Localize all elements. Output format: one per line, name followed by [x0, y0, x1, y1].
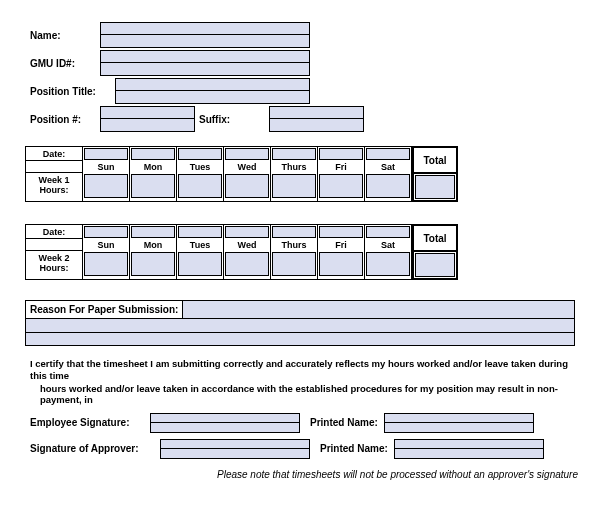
- approver-signature-label: Signature of Approver:: [30, 443, 150, 454]
- day-fri: Fri: [318, 239, 364, 251]
- week2-hours-thurs[interactable]: [272, 252, 316, 276]
- position-number-input[interactable]: [100, 106, 195, 132]
- day-wed: Wed: [224, 161, 270, 173]
- reason-label: Reason For Paper Submission:: [26, 301, 182, 318]
- week2-grid: Date: Week 2Hours: Sun Mon Tues Wed Thur…: [25, 224, 600, 280]
- day-sat: Sat: [365, 239, 411, 251]
- week1-hours-mon[interactable]: [131, 174, 175, 198]
- reason-input-line1[interactable]: [182, 301, 574, 318]
- day-thurs: Thurs: [271, 239, 317, 251]
- approver-signature-input[interactable]: [160, 439, 310, 459]
- position-number-label: Position #:: [30, 114, 100, 125]
- week2-date-tues[interactable]: [178, 226, 222, 238]
- week1-date-sun[interactable]: [84, 148, 128, 160]
- suffix-label: Suffix:: [199, 114, 269, 125]
- week2-hours-sun[interactable]: [84, 252, 128, 276]
- position-title-label: Position Title:: [30, 86, 115, 97]
- reason-input-line2[interactable]: [26, 319, 574, 333]
- day-fri: Fri: [318, 161, 364, 173]
- gmu-id-input[interactable]: [100, 50, 310, 76]
- approver-printed-name-input[interactable]: [394, 439, 544, 459]
- week1-hours-tues[interactable]: [178, 174, 222, 198]
- week1-hours-sun[interactable]: [84, 174, 128, 198]
- certification-text-2: hours worked and/or leave taken in accor…: [40, 383, 570, 405]
- week1-hours-fri[interactable]: [319, 174, 363, 198]
- week2-date-wed[interactable]: [225, 226, 269, 238]
- week1-hours-label-b: Hours:: [40, 186, 69, 196]
- week1-hours-sat[interactable]: [366, 174, 410, 198]
- week1-date-label: Date:: [26, 147, 82, 161]
- week2-date-fri[interactable]: [319, 226, 363, 238]
- employee-signature-label: Employee Signature:: [30, 417, 140, 428]
- week1-hours-wed[interactable]: [225, 174, 269, 198]
- day-mon: Mon: [130, 239, 176, 251]
- reason-input-line3[interactable]: [26, 333, 574, 346]
- week1-hours-thurs[interactable]: [272, 174, 316, 198]
- position-title-input[interactable]: [115, 78, 310, 104]
- week1-date-sat[interactable]: [366, 148, 410, 160]
- week2-total-cell[interactable]: [415, 253, 455, 277]
- day-wed: Wed: [224, 239, 270, 251]
- week2-date-label: Date:: [26, 225, 82, 239]
- week1-date-wed[interactable]: [225, 148, 269, 160]
- day-sat: Sat: [365, 161, 411, 173]
- week1-date-tues[interactable]: [178, 148, 222, 160]
- printed-name-label-2: Printed Name:: [320, 443, 388, 454]
- name-input[interactable]: [100, 22, 310, 48]
- week1-total-cell[interactable]: [415, 175, 455, 199]
- week2-hours-fri[interactable]: [319, 252, 363, 276]
- week2-date-thurs[interactable]: [272, 226, 316, 238]
- week1-grid: Date: Week 1Hours: Sun Mon Tues Wed Thur…: [25, 146, 600, 202]
- employee-printed-name-input[interactable]: [384, 413, 534, 433]
- day-thurs: Thurs: [271, 161, 317, 173]
- day-mon: Mon: [130, 161, 176, 173]
- week1-date-fri[interactable]: [319, 148, 363, 160]
- printed-name-label-1: Printed Name:: [310, 417, 378, 428]
- footnote-text: Please note that timesheets will not be …: [0, 469, 578, 480]
- week2-hours-wed[interactable]: [225, 252, 269, 276]
- week2-date-sat[interactable]: [366, 226, 410, 238]
- reason-section: Reason For Paper Submission:: [25, 300, 575, 346]
- gmu-id-label: GMU ID#:: [30, 58, 100, 69]
- week2-hours-label-b: Hours:: [40, 264, 69, 274]
- day-sun: Sun: [83, 239, 129, 251]
- week2-date-mon[interactable]: [131, 226, 175, 238]
- week2-total-label: Total: [414, 226, 456, 252]
- name-label: Name:: [30, 30, 100, 41]
- day-sun: Sun: [83, 161, 129, 173]
- week2-hours-tues[interactable]: [178, 252, 222, 276]
- day-tues: Tues: [177, 239, 223, 251]
- certification-text-1: I certify that the timesheet I am submit…: [30, 358, 570, 383]
- employee-signature-input[interactable]: [150, 413, 300, 433]
- week1-total-label: Total: [414, 148, 456, 174]
- day-tues: Tues: [177, 161, 223, 173]
- week2-hours-sat[interactable]: [366, 252, 410, 276]
- week1-date-thurs[interactable]: [272, 148, 316, 160]
- week2-date-sun[interactable]: [84, 226, 128, 238]
- week2-hours-mon[interactable]: [131, 252, 175, 276]
- week1-date-mon[interactable]: [131, 148, 175, 160]
- suffix-input[interactable]: [269, 106, 364, 132]
